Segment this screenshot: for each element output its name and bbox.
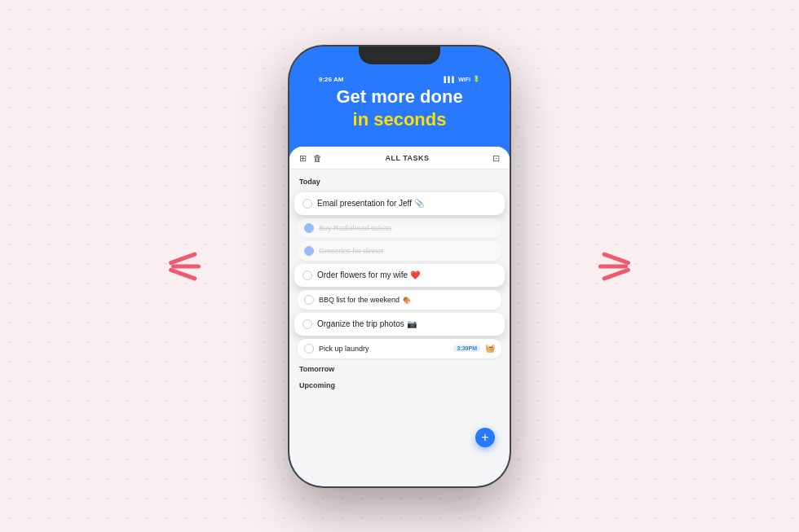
task-item[interactable]: Order flowers for my wife ❤️ (294, 264, 505, 287)
task-checkbox[interactable] (302, 319, 312, 329)
grid-icon[interactable]: ⊞ (299, 153, 307, 164)
task-item[interactable]: Email presentation for Jeff 📎 (294, 192, 505, 215)
calendar-icon[interactable]: 🗑 (313, 153, 322, 163)
section-today: Today (298, 176, 501, 189)
wifi-icon: WiFi (458, 77, 470, 82)
hero-title: Get more done (306, 86, 493, 108)
right-line-1 (602, 251, 631, 265)
task-checkbox[interactable] (304, 344, 314, 354)
left-decorative-lines (171, 255, 201, 277)
task-item[interactable]: BBQ list for the weekend 🍖 (298, 290, 501, 310)
task-item[interactable]: Groceries for dinner (298, 241, 501, 261)
filter-icon[interactable]: ⊡ (492, 153, 500, 164)
task-text: Pick up laundry (319, 345, 448, 353)
task-text: Organize the trip photos 📷 (317, 319, 497, 328)
app-card: ⊞ 🗑 ALL TASKS ⊡ Today Email presentation… (289, 147, 510, 486)
right-decorative-lines (598, 255, 628, 277)
task-checkbox[interactable] (302, 199, 312, 209)
add-task-button[interactable]: + (475, 428, 495, 447)
task-checkbox[interactable] (304, 295, 314, 305)
toolbar-left-icons: ⊞ 🗑 (299, 153, 322, 164)
left-line-2 (171, 264, 201, 268)
status-bar: 9:26 AM ▌▌▌ WiFi 🔋 (306, 71, 493, 86)
left-line-3 (168, 267, 197, 281)
task-text: Groceries for dinner (319, 247, 495, 255)
section-upcoming: Upcoming (298, 378, 501, 391)
task-item[interactable]: Pick up laundry 3:30PM 🧺 (298, 339, 501, 358)
task-checkbox-done[interactable] (304, 246, 314, 256)
task-checkbox[interactable] (302, 270, 312, 280)
phone-notch (359, 46, 440, 64)
signal-icon: ▌▌▌ (444, 77, 456, 82)
section-tomorrow: Tomorrow (298, 362, 501, 375)
task-text: Email presentation for Jeff 📎 (317, 199, 497, 208)
status-time: 9:26 AM (319, 76, 343, 83)
task-text: Buy Radiohead tickets (319, 224, 495, 232)
right-line-2 (598, 264, 628, 268)
phone-frame: 9:26 AM ▌▌▌ WiFi 🔋 Get more done in seco… (289, 46, 510, 486)
right-line-3 (602, 267, 631, 281)
task-emoji: 🧺 (485, 344, 495, 353)
task-checkbox-done[interactable] (304, 223, 314, 233)
battery-icon: 🔋 (473, 76, 480, 82)
task-text: Order flowers for my wife ❤️ (317, 270, 497, 279)
toolbar-title: ALL TASKS (385, 154, 429, 162)
task-time-tag: 3:30PM (453, 345, 480, 352)
left-line-1 (168, 251, 197, 265)
toolbar-right-icons: ⊡ (492, 153, 500, 164)
task-item[interactable]: Buy Radiohead tickets (298, 218, 501, 238)
hero-subtitle: in seconds (306, 109, 493, 130)
status-icons: ▌▌▌ WiFi 🔋 (444, 76, 480, 82)
phone-screen: 9:26 AM ▌▌▌ WiFi 🔋 Get more done in seco… (289, 46, 510, 486)
task-text: BBQ list for the weekend 🍖 (319, 296, 495, 304)
task-item[interactable]: Organize the trip photos 📷 (294, 313, 505, 336)
app-toolbar: ⊞ 🗑 ALL TASKS ⊡ (289, 147, 510, 169)
